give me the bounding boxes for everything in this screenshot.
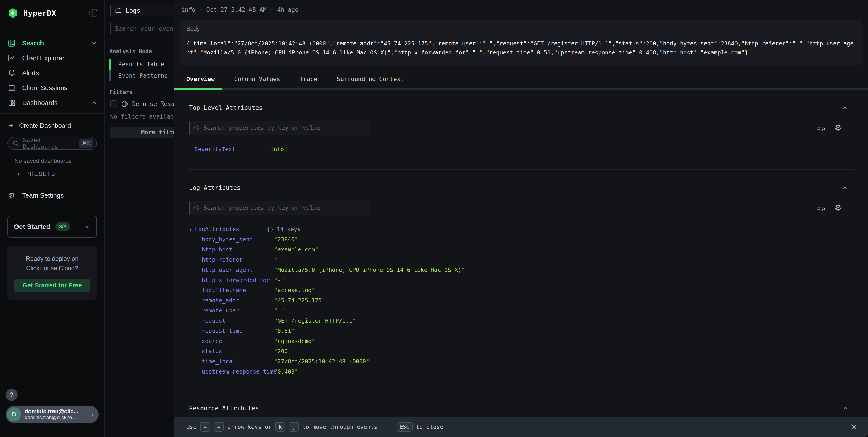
attribute-value[interactable]: GET /register HTTP/1.1 — [274, 317, 356, 324]
sidebar-item-chart-explorer[interactable]: Chart Explorer — [0, 51, 104, 66]
attribute-key[interactable]: source — [202, 338, 274, 344]
collapse-section-icon[interactable] — [842, 184, 855, 191]
attribute-key[interactable]: http_x_forwarded_for — [202, 277, 274, 283]
attribute-key[interactable]: remote_addr — [202, 297, 274, 304]
source-select-label: Logs — [126, 7, 140, 14]
get-started-free-button[interactable]: Get Started for Free — [14, 279, 90, 292]
wrap-lines-icon[interactable] — [816, 204, 826, 212]
attribute-key[interactable]: remote_user — [202, 307, 274, 314]
active-tab-underline — [174, 88, 222, 90]
severity-level: info — [181, 6, 196, 13]
collapse-section-icon[interactable] — [842, 405, 855, 412]
attribute-value[interactable]: - — [274, 257, 284, 263]
sidebar-item-search[interactable]: Search — [0, 36, 104, 51]
user-menu[interactable]: D dominic.tran@clic... dominic.tran@clic… — [6, 406, 99, 423]
table-row: remote_user - — [189, 307, 855, 314]
collapse-section-icon[interactable] — [842, 104, 855, 111]
hint-arrows-text: arrow keys or — [227, 424, 272, 430]
attribute-key[interactable]: LogAttributes — [195, 226, 267, 233]
sidebar-item-label: Client Sessions — [22, 84, 67, 92]
tab-column-values[interactable]: Column Values — [234, 72, 280, 90]
tab-overview[interactable]: Overview — [186, 72, 215, 90]
create-dashboard-button[interactable]: + Create Dashboard — [0, 117, 104, 134]
drawer-tabbar: Overview Column Values Trace Surrounding… — [174, 72, 868, 90]
presets-toggle[interactable]: PRESETS — [16, 171, 104, 177]
saved-dashboards-search[interactable]: Saved Dashboards ⌘K — [7, 137, 97, 150]
attribute-value[interactable]: 45.74.225.175 — [274, 297, 325, 304]
attribute-key[interactable]: log.file.name — [202, 287, 274, 294]
attribute-value[interactable]: 27/Oct/2025:10:42:48 +0000 — [274, 358, 369, 365]
help-button[interactable]: ? — [6, 389, 18, 401]
attribute-key[interactable]: http_referer — [202, 257, 274, 263]
attribute-key[interactable]: status — [202, 348, 274, 355]
property-search-input[interactable] — [204, 204, 366, 211]
analysis-mode-results-table[interactable]: Results Table — [105, 59, 174, 70]
attribute-value[interactable]: - — [274, 307, 284, 314]
search-filters-column: Logs Analysis Mode Results Table Event P… — [105, 0, 174, 437]
clickhouse-cloud-promo: Ready to deploy on ClickHouse Cloud? Get… — [7, 246, 97, 300]
sidebar-item-dashboards[interactable]: Dashboards — [0, 95, 104, 110]
event-search-input[interactable] — [110, 22, 174, 35]
user-email: dominic.tran@clickho... — [25, 414, 78, 421]
attribute-value[interactable]: info — [267, 146, 287, 153]
attribute-value[interactable]: 0.408 — [274, 368, 298, 375]
sidebar-item-label: Search — [22, 39, 44, 47]
saved-dashboards-placeholder: Saved Dashboards — [23, 137, 75, 150]
attribute-value[interactable]: 200 — [274, 348, 291, 355]
more-filters-button[interactable]: More filte — [110, 127, 174, 138]
sidebar-divider — [0, 113, 104, 114]
attribute-key[interactable]: time_local — [202, 358, 274, 365]
property-search-input[interactable] — [204, 125, 366, 131]
logs-source-icon — [115, 7, 122, 14]
attribute-value[interactable]: - — [274, 277, 284, 283]
analysis-mode-event-patterns[interactable]: Event Patterns — [105, 70, 174, 81]
attribute-key[interactable]: request — [202, 317, 274, 324]
avatar: D — [7, 407, 21, 422]
attribute-key[interactable]: upstream_response_time — [202, 368, 274, 375]
denoise-checkbox[interactable] — [110, 100, 117, 107]
attribute-value[interactable]: example.com — [274, 246, 318, 253]
event-header: info · Oct 27 5:42:48 AM · 4h ago — [174, 0, 868, 13]
log-attributes-root-row[interactable]: ▾ LogAttributes {} 14 keys — [189, 226, 855, 233]
get-started-accordion[interactable]: Get Started 3/3 — [7, 215, 97, 238]
hint-use-label: Use — [186, 424, 196, 430]
arrow-right-key: → — [214, 422, 224, 432]
get-started-progress-badge: 3/3 — [55, 222, 70, 231]
presets-label: PRESETS — [25, 171, 55, 177]
source-select[interactable]: Logs — [110, 4, 174, 16]
section-settings-icon[interactable]: ⚙ — [835, 124, 842, 132]
body-json-content[interactable]: {"time_local":"27/Oct/2025:10:42:48 +000… — [186, 39, 855, 57]
sidebar-item-alerts[interactable]: Alerts — [0, 66, 104, 80]
tab-trace[interactable]: Trace — [300, 72, 317, 90]
sidebar-collapse-icon[interactable] — [89, 9, 97, 17]
laptop-icon — [7, 84, 16, 92]
section-title: Log Attributes — [189, 184, 241, 191]
table-row: http_host example.com — [189, 246, 855, 253]
attribute-key[interactable]: http_user_agent — [202, 267, 274, 273]
hint-close-text: to close — [416, 424, 443, 430]
caret-down-icon[interactable]: ▾ — [189, 227, 195, 232]
attribute-key[interactable]: SeverityText — [194, 146, 267, 153]
attribute-key[interactable]: body_bytes_sent — [202, 236, 274, 243]
tab-surrounding-context[interactable]: Surrounding Context — [337, 72, 404, 90]
attribute-key[interactable]: http_host — [202, 246, 274, 253]
table-row: request_time 0.51 — [189, 328, 855, 334]
sidebar-item-team-settings[interactable]: ⚙ Team Settings — [0, 188, 104, 203]
attribute-value[interactable]: access.log — [274, 287, 315, 294]
close-icon[interactable] — [850, 423, 858, 431]
property-search[interactable] — [189, 201, 370, 215]
table-row: remote_addr 45.74.225.175 — [189, 297, 855, 304]
attribute-key[interactable]: request_time — [202, 328, 274, 334]
attribute-value[interactable]: 0.51 — [274, 328, 294, 334]
attribute-value[interactable]: 23840 — [274, 236, 298, 243]
section-settings-icon[interactable]: ⚙ — [835, 204, 842, 212]
sidebar-item-label: Dashboards — [22, 99, 57, 107]
denoise-results-toggle[interactable]: Denoise Resul — [110, 100, 174, 107]
bell-icon — [7, 69, 16, 77]
attribute-value[interactable]: nginx-demo — [274, 338, 315, 344]
property-search[interactable] — [189, 121, 370, 135]
sidebar-item-client-sessions[interactable]: Client Sessions — [0, 80, 104, 95]
wrap-lines-icon[interactable] — [816, 124, 826, 132]
search-icon — [194, 205, 200, 211]
attribute-value[interactable]: Mozilla/5.0 (iPhone; CPU iPhone OS 14_6 … — [274, 267, 465, 273]
